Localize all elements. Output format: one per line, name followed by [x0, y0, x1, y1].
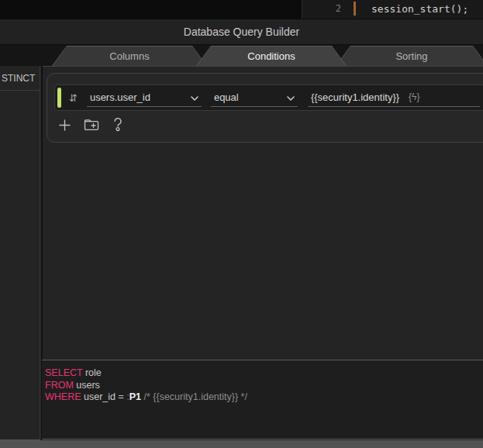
add-condition-button[interactable]: [59, 119, 71, 131]
distinct-label: STINCT: [2, 73, 35, 84]
conditions-panel: ⇵ users.user_id equal {{security1.identi…: [43, 66, 483, 440]
help-button[interactable]: [112, 118, 123, 132]
sql-keyword: WHERE: [45, 391, 81, 402]
sql-line-where: WHERE user_id = :P1 /* {{security1.ident…: [45, 391, 483, 404]
question-mark-icon: [112, 118, 123, 132]
conditions-group-box: ⇵ users.user_id equal {{security1.identi…: [47, 73, 483, 143]
tab-sorting[interactable]: Sorting: [336, 46, 483, 66]
distinct-option[interactable]: STINCT: [0, 66, 40, 91]
caret-marker: [354, 2, 356, 16]
code-editor-strip: 2 session_start();: [0, 0, 483, 19]
operator-select-value: equal: [214, 91, 239, 103]
plus-icon: [59, 119, 71, 131]
condition-row[interactable]: ⇵ users.user_id equal {{security1.identi…: [54, 84, 483, 111]
sort-handle-icon[interactable]: ⇵: [69, 92, 78, 104]
chevron-down-icon: [191, 91, 198, 103]
sql-text: users: [74, 380, 100, 391]
screen: 2 session_start(); Database Query Builde…: [0, 0, 483, 448]
value-input[interactable]: {{security1.identity}} {ϟ}: [308, 89, 480, 107]
tab-bar: Columns Conditions Sorting: [0, 45, 483, 66]
line-number-gutter[interactable]: 2: [302, 0, 350, 19]
dynamic-value-icon[interactable]: {ϟ}: [409, 91, 419, 102]
chevron-down-icon: [287, 91, 295, 103]
tab-columns[interactable]: Columns: [52, 46, 207, 66]
dialog-title: Database Query Builder: [0, 19, 483, 44]
sql-comment: /* {{security1.identity}} */: [141, 391, 247, 402]
column-select[interactable]: users.user_id: [87, 89, 202, 107]
column-select-value: users.user_id: [90, 91, 150, 103]
sql-text: role: [82, 367, 101, 378]
add-group-button[interactable]: [84, 119, 99, 131]
code-editor[interactable]: 2 session_start();: [302, 0, 483, 19]
sql-keyword: SELECT: [45, 367, 82, 378]
tab-sorting-label: Sorting: [336, 46, 483, 67]
sql-keyword: FROM: [45, 380, 74, 391]
tab-conditions[interactable]: Conditions: [196, 46, 347, 66]
sql-line-from: FROM users: [45, 380, 483, 392]
dialog-title-bar: Database Query Builder: [0, 19, 483, 45]
sql-param: P1: [129, 391, 141, 402]
sidebar-panel: STINCT: [0, 66, 40, 440]
conditions-toolbar: [59, 118, 123, 132]
line-number: 2: [336, 3, 341, 14]
sql-line-select: SELECT role: [45, 367, 483, 380]
sql-preview-panel: SELECT role FROM users WHERE user_id = :…: [42, 360, 483, 439]
folder-plus-icon: [84, 119, 99, 131]
sql-text: user_id =: [81, 391, 127, 402]
operator-select[interactable]: equal: [211, 89, 298, 107]
tab-conditions-label: Conditions: [196, 46, 347, 67]
tab-columns-label: Columns: [52, 46, 207, 67]
bottom-scrollbar[interactable]: [0, 440, 483, 448]
enabled-accent-bar: [57, 88, 61, 108]
code-line[interactable]: session_start();: [371, 3, 468, 15]
value-input-text: {{security1.identity}}: [311, 91, 399, 103]
